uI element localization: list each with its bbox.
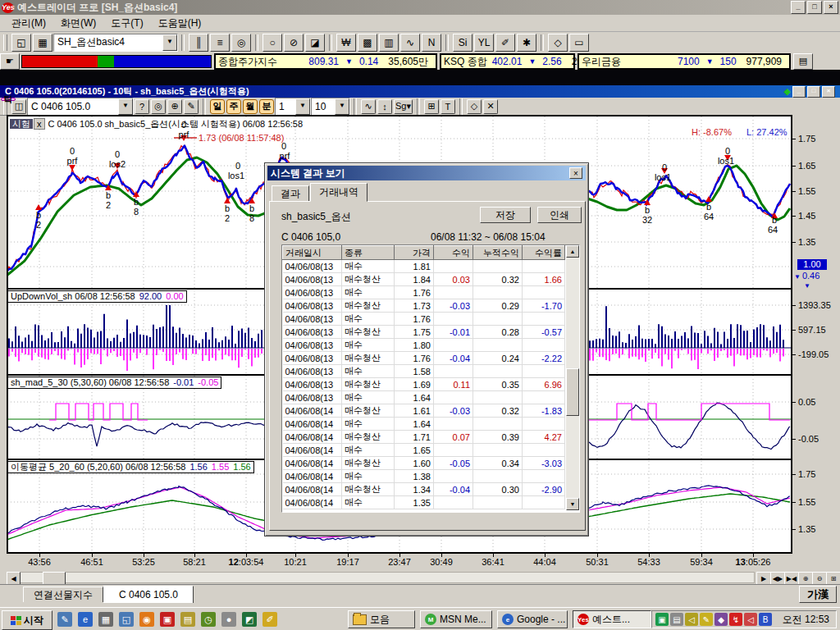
grid-layout-icon[interactable]: ⊞: [424, 99, 439, 114]
minute-combo[interactable]: 1▼: [275, 98, 311, 116]
restore-button[interactable]: □: [807, 86, 820, 98]
tv-icon[interactable]: ▣: [160, 612, 175, 627]
table-row[interactable]: 04/06/08(13매수1.58: [283, 365, 565, 378]
scrollbar-track[interactable]: [7, 572, 755, 583]
tick-combo[interactable]: 10▼: [311, 98, 350, 116]
dialog-tab-1[interactable]: 거래내역: [310, 183, 368, 202]
menu-item-3[interactable]: 도움말(H): [158, 16, 202, 30]
trade-history-table[interactable]: 거래일시종류가격수익누적수익수익률 04/06/08(13매수1.8104/06…: [281, 244, 580, 513]
minimize-button[interactable]: _: [792, 86, 806, 98]
chart-monitor-icon[interactable]: ∿: [400, 34, 420, 52]
column-header-1[interactable]: 종류: [342, 246, 395, 260]
zoom-in-icon[interactable]: ⊕: [798, 572, 813, 585]
search-icon[interactable]: ◎: [151, 99, 166, 114]
chart-window-titlebar[interactable]: C 0406 105.0(20146105) - 10틱 - sh_basic5…: [0, 85, 840, 98]
workspace-combo[interactable]: SH_옵션basic4▼: [53, 34, 178, 52]
chart-scrollbar-row[interactable]: ◀▶◀▶▶◀⊕⊖⊞: [0, 572, 840, 584]
news-icon[interactable]: N: [422, 34, 441, 52]
quote-box-0[interactable]: 종합주가지수809.31▼0.1435,605만: [214, 53, 437, 70]
table-row[interactable]: 04/06/08(13매수1.81: [283, 260, 565, 273]
zoom-search-icon[interactable]: ◎: [231, 34, 251, 52]
table-row[interactable]: 04/06/08(14매수1.64: [283, 418, 565, 431]
printer-icon[interactable]: ▤: [670, 613, 683, 626]
shrink-bars-icon[interactable]: ▶◀: [784, 572, 799, 585]
minimize-button[interactable]: _: [791, 1, 806, 14]
table-row[interactable]: 04/06/08(13매수1.80: [283, 339, 565, 352]
task-button-2[interactable]: Yes예스트...: [573, 610, 651, 628]
start-button[interactable]: 시작: [2, 610, 52, 630]
chart-type-icon[interactable]: ◫: [11, 99, 26, 114]
blank-window-icon[interactable]: ▭: [569, 34, 589, 52]
scheduler-icon[interactable]: ◷: [201, 612, 216, 627]
brush-icon[interactable]: ✐: [262, 612, 277, 627]
table-row[interactable]: 04/06/08(14매수1.35: [283, 496, 565, 509]
period-button-3[interactable]: 분: [259, 99, 274, 114]
color-switch-icon[interactable]: ◩: [242, 612, 257, 627]
column-header-2[interactable]: 가격: [395, 246, 434, 260]
table-row[interactable]: 04/06/08(14매수청산1.60-0.050.34-3.03: [283, 457, 565, 470]
step-right-icon[interactable]: ▶: [756, 572, 771, 585]
candlestick-chart-icon[interactable]: ║: [189, 34, 208, 52]
updown-icon[interactable]: ↕: [377, 99, 392, 114]
dialog-titlebar[interactable]: 시스템 결과 보기 ×: [267, 166, 586, 180]
scroll-left-icon[interactable]: ◀: [7, 572, 21, 585]
internet-explorer-icon[interactable]: e: [78, 612, 93, 627]
close-button[interactable]: ×: [824, 1, 838, 14]
update-icon[interactable]: B: [759, 613, 772, 626]
keyboard-icon[interactable]: ▤: [180, 612, 195, 627]
close-button[interactable]: ×: [822, 86, 835, 98]
dialog-tab-0[interactable]: 결과: [272, 185, 309, 202]
menu-item-1[interactable]: 화면(W): [61, 16, 96, 30]
table-row[interactable]: 04/06/08(14매수1.38: [283, 470, 565, 483]
table-row[interactable]: 04/06/08(13매수청산1.840.030.321.66: [283, 273, 565, 286]
tick-button[interactable]: 틱: [1, 98, 16, 101]
quote-board-icon[interactable]: ≡: [210, 34, 230, 52]
gear-icon[interactable]: ✱: [517, 34, 536, 52]
table-row[interactable]: 04/06/08(13매수1.64: [283, 391, 565, 404]
draw-icon[interactable]: ✎: [184, 99, 199, 114]
signal-icon[interactable]: Sg▾: [394, 99, 413, 114]
table-row[interactable]: 04/06/08(13매수1.76: [283, 286, 565, 299]
period-button-2[interactable]: 월: [243, 99, 258, 114]
table-row[interactable]: 04/06/08(14매수청산1.61-0.030.32-1.83: [283, 404, 565, 418]
column-header-0[interactable]: 거래일시: [283, 246, 342, 260]
zoom-out-icon[interactable]: ⊖: [812, 572, 827, 585]
table-row[interactable]: 04/06/08(13매수청산1.73-0.030.29-1.70: [283, 299, 565, 313]
period-button-0[interactable]: 일: [210, 99, 225, 114]
modem-icon[interactable]: ◆: [714, 613, 728, 626]
grid-icon[interactable]: ⊞: [826, 572, 840, 585]
task-button-1[interactable]: eGoogle - ...: [497, 610, 568, 628]
combo-dropdown-icon[interactable]: ▼: [335, 98, 349, 115]
speech-bubble-icon[interactable]: ○: [262, 34, 282, 52]
table-row[interactable]: 04/06/08(14매수청산1.710.070.394.27: [283, 431, 565, 444]
memo-icon[interactable]: ✎: [57, 612, 72, 627]
table-row[interactable]: 04/06/08(13매수청산1.76-0.040.24-2.22: [283, 352, 565, 365]
volume-icon[interactable]: ◁: [685, 613, 698, 626]
menu-item-2[interactable]: 도구(T): [111, 16, 143, 30]
bar-chart-icon[interactable]: ▥: [379, 34, 399, 52]
eraser-icon[interactable]: ◪: [305, 34, 325, 52]
save-button[interactable]: 저장: [480, 207, 531, 223]
ime-toggle-button[interactable]: 가漢: [799, 586, 837, 603]
stop-icon[interactable]: ⊘: [284, 34, 304, 52]
chart-tab-0[interactable]: 연결선물지수: [23, 587, 103, 602]
expand-icon[interactable]: ◇: [548, 34, 568, 52]
combo-dropdown-icon[interactable]: ▼: [295, 98, 310, 115]
period-button-1[interactable]: 주: [226, 99, 241, 114]
table-row[interactable]: 04/06/08(13매수1.76: [283, 313, 565, 326]
mute-icon[interactable]: ◁: [744, 613, 757, 626]
menu-item-0[interactable]: 관리(M): [11, 16, 46, 30]
messenger-icon[interactable]: ●: [221, 612, 236, 627]
scrollbar-thumb[interactable]: [566, 368, 579, 416]
scroll-down-icon[interactable]: ▼: [566, 498, 579, 510]
column-header-5[interactable]: 수익률: [523, 246, 565, 260]
restore-button[interactable]: □: [807, 1, 822, 14]
symbol-combo[interactable]: C 0406 105.0▼: [27, 98, 134, 116]
wrench-icon[interactable]: ✐: [495, 34, 515, 52]
column-header-4[interactable]: 누적수익: [473, 246, 523, 260]
expand-bars-icon[interactable]: ◀▶: [770, 572, 785, 585]
help-button[interactable]: ?: [135, 99, 149, 114]
memo-icon[interactable]: ▤: [793, 53, 813, 70]
line-chart-icon[interactable]: ∿: [361, 99, 376, 114]
save-icon[interactable]: ▦: [33, 34, 52, 52]
